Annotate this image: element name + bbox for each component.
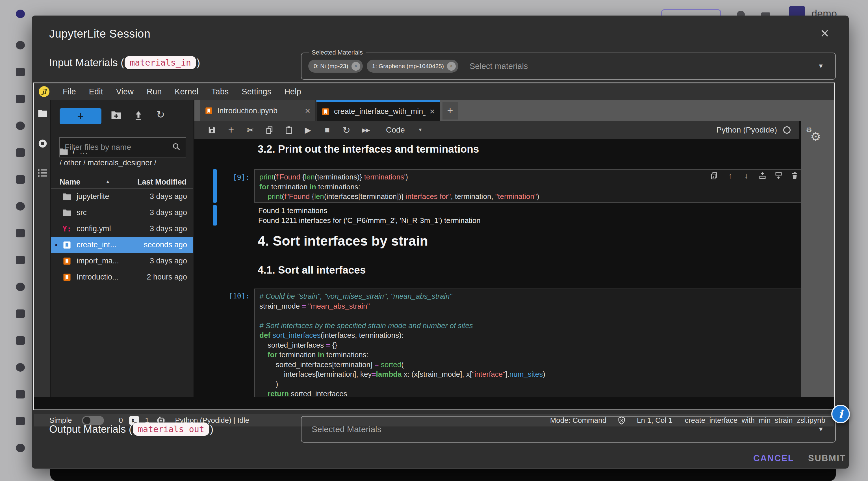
chip-remove-icon[interactable]: × bbox=[351, 62, 360, 71]
breadcrumb[interactable]: / … bbox=[60, 147, 88, 156]
material-chip[interactable]: 1: Graphene (mp-1040425)× bbox=[367, 60, 459, 72]
tab-label[interactable]: create_interface_with_min_ bbox=[334, 107, 426, 116]
breadcrumb-ellipsis[interactable]: … bbox=[80, 147, 88, 156]
notebook-toolbar: + ✂ ▶ ■ ↻ ▶▶ Code ▼ bbox=[194, 121, 799, 139]
file-row[interactable]: import_ma...3 days ago bbox=[51, 253, 193, 269]
chevron-down-icon[interactable]: ▼ bbox=[818, 62, 824, 70]
sort-ascending-icon[interactable]: ▲ bbox=[105, 179, 110, 184]
file-row[interactable]: ●create_int...seconds ago bbox=[51, 237, 193, 253]
duplicate-cell-icon[interactable] bbox=[710, 172, 718, 180]
notebook-icon bbox=[205, 107, 213, 115]
info-fab-button[interactable]: i bbox=[831, 405, 850, 423]
menu-edit[interactable]: Edit bbox=[83, 87, 110, 96]
upload-icon[interactable] bbox=[134, 111, 143, 121]
file-name: src bbox=[76, 208, 87, 217]
jupyterlite-session-dialog: JupyterLite Session × Input Materials (m… bbox=[32, 16, 849, 469]
breadcrumb-root[interactable]: / bbox=[73, 147, 75, 156]
input-materials-select[interactable]: Selected Materials 0: Ni (mp-23)×1: Grap… bbox=[301, 53, 836, 80]
menu-run[interactable]: Run bbox=[140, 87, 168, 96]
file-row[interactable]: jupyterlite3 days ago bbox=[51, 188, 193, 205]
insert-cell-above-icon[interactable] bbox=[758, 172, 767, 180]
home-folder-icon bbox=[60, 148, 68, 155]
file-row[interactable]: Introductio...2 hours ago bbox=[51, 269, 193, 285]
file-browser-panel: + ↻ Filter files by name / … bbox=[51, 100, 194, 397]
submit-button[interactable]: SUBMIT bbox=[806, 453, 848, 464]
code-line: interfaces[termination], key=lambda x: (… bbox=[259, 369, 801, 379]
search-icon bbox=[172, 143, 181, 152]
new-launcher-button[interactable]: + bbox=[60, 108, 101, 124]
cell10-code-editor[interactable]: # Could be "strain", "von_mises_strain",… bbox=[254, 289, 801, 397]
copy-cells-icon[interactable] bbox=[264, 126, 276, 134]
output-materials-select[interactable]: Selected Materials ▼ bbox=[301, 416, 836, 443]
tab-introduction[interactable]: Introduction.ipynb × bbox=[200, 100, 316, 121]
tab-close-icon[interactable]: × bbox=[305, 106, 310, 116]
insert-cell-below-icon[interactable] bbox=[774, 172, 783, 180]
running-kernels-icon[interactable] bbox=[38, 139, 48, 150]
code-line bbox=[259, 311, 801, 321]
file-name: import_ma... bbox=[76, 257, 119, 265]
new-tab-button[interactable]: + bbox=[442, 102, 458, 120]
notebook-content[interactable]: 3.2. Print out the interfaces and termin… bbox=[194, 139, 801, 397]
kernel-picker[interactable]: Python (Pyodide) bbox=[716, 125, 790, 134]
move-cell-up-icon[interactable]: ↑ bbox=[726, 172, 735, 180]
background-sidebar-icon bbox=[16, 148, 25, 157]
menu-help[interactable]: Help bbox=[278, 87, 308, 96]
code-line: # Sort interfaces by the specified strai… bbox=[259, 321, 801, 331]
tab-close-icon[interactable]: × bbox=[430, 106, 435, 117]
cell9-prompt: [9]: bbox=[206, 173, 250, 181]
output-line: Found 1211 interfaces for ('C_P6/mmm_2',… bbox=[258, 216, 480, 226]
table-of-contents-icon[interactable] bbox=[38, 169, 48, 178]
material-chip[interactable]: 0: Ni (mp-23)× bbox=[308, 60, 363, 72]
insert-cell-icon[interactable]: + bbox=[225, 124, 237, 136]
file-row[interactable]: Y:config.yml3 days ago bbox=[51, 221, 193, 237]
cell10-prompt: [10]: bbox=[202, 292, 250, 300]
tab-label[interactable]: Introduction.ipynb bbox=[217, 107, 301, 115]
menu-bar: jl FileEditViewRunKernelTabsSettingsHelp bbox=[34, 83, 834, 100]
close-icon[interactable]: × bbox=[820, 26, 829, 40]
cell-type-dropdown[interactable]: Code ▼ bbox=[386, 125, 423, 134]
file-row[interactable]: src3 days ago bbox=[51, 205, 193, 221]
breadcrumb-path[interactable]: / other / materials_designer / bbox=[60, 158, 156, 167]
code-line: strain_mode = "mean_abs_strain" bbox=[259, 301, 801, 311]
move-cell-down-icon[interactable]: ↓ bbox=[742, 172, 751, 180]
chevron-down-icon[interactable]: ▼ bbox=[818, 426, 824, 433]
background-sidebar-icon bbox=[16, 175, 25, 184]
right-sidebar: ⚙ ⚙ bbox=[801, 121, 834, 397]
restart-kernel-icon[interactable]: ↻ bbox=[340, 124, 352, 136]
menu-settings[interactable]: Settings bbox=[235, 87, 278, 96]
refresh-icon[interactable]: ↻ bbox=[156, 109, 165, 121]
save-icon[interactable] bbox=[206, 126, 218, 134]
menu-file[interactable]: File bbox=[56, 87, 83, 96]
active-cell-indicator bbox=[213, 205, 217, 226]
chip-remove-icon[interactable]: × bbox=[447, 62, 456, 71]
menu-kernel[interactable]: Kernel bbox=[168, 87, 205, 96]
background-sidebar-icon bbox=[16, 336, 25, 345]
background-sidebar-icon bbox=[16, 202, 25, 211]
tab-create-interface[interactable]: create_interface_with_min_ × bbox=[316, 100, 440, 121]
folder-icon bbox=[62, 192, 71, 201]
delete-cell-icon[interactable] bbox=[790, 172, 799, 180]
menu-tabs[interactable]: Tabs bbox=[205, 87, 235, 96]
file-browser-icon[interactable] bbox=[38, 109, 48, 118]
file-modified: 3 days ago bbox=[150, 208, 187, 217]
paste-cells-icon[interactable] bbox=[283, 126, 295, 134]
cut-cells-icon[interactable]: ✂ bbox=[244, 125, 256, 136]
new-folder-icon[interactable] bbox=[111, 111, 121, 121]
stop-kernel-icon[interactable]: ■ bbox=[321, 125, 333, 135]
notebook-icon bbox=[62, 273, 71, 282]
restart-run-all-icon[interactable]: ▶▶ bbox=[360, 127, 372, 133]
cancel-button[interactable]: CANCEL bbox=[752, 453, 796, 464]
jupyterlab-window: jl FileEditViewRunKernelTabsSettingsHelp… bbox=[33, 83, 835, 410]
jupyterlite-logo-icon: jl bbox=[39, 86, 50, 97]
file-modified: 2 hours ago bbox=[147, 273, 187, 281]
background-footer-strip bbox=[50, 469, 836, 481]
chevron-down-icon: ▼ bbox=[418, 127, 423, 133]
column-last-modified[interactable]: Last Modified bbox=[137, 178, 186, 186]
run-cell-icon[interactable]: ▶ bbox=[302, 125, 314, 135]
output-select-text: Selected Materials bbox=[312, 424, 381, 434]
code-line: def sort_interfaces(interfaces, terminat… bbox=[259, 330, 801, 340]
background-sidebar-icon bbox=[16, 256, 25, 264]
column-name[interactable]: Name bbox=[60, 178, 81, 186]
menu-view[interactable]: View bbox=[110, 87, 140, 96]
file-modified: 3 days ago bbox=[150, 224, 187, 233]
